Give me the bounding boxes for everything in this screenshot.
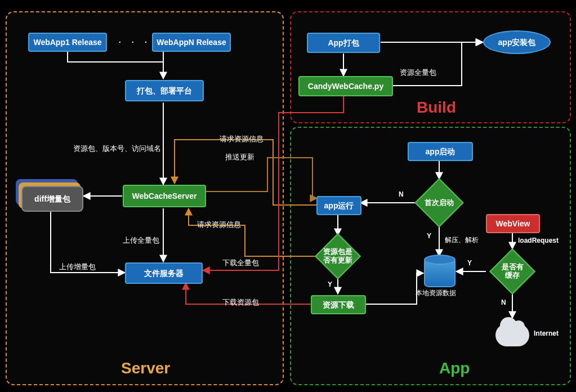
webview-node: WebView bbox=[486, 214, 540, 233]
edge-res-version-domain: 资源包、版本号、访问域名 bbox=[73, 144, 161, 154]
edge-local-res-data: 本地资源数据 bbox=[416, 288, 456, 298]
edge-download-full-pkg: 下载全量包 bbox=[222, 258, 259, 268]
resource-download-node: 资源下载 bbox=[311, 295, 366, 314]
internet-cloud-icon bbox=[495, 324, 529, 346]
edge-first-launch-y: Y bbox=[427, 232, 431, 240]
edge-unzip-parse: 解压、解析 bbox=[445, 235, 479, 245]
diff-incremental-pkg-node: diff增量包 bbox=[21, 186, 83, 212]
pack-deploy-platform-node: 打包、部署平台 bbox=[125, 80, 204, 101]
webapp1-release-node: WebApp1 Release bbox=[28, 33, 107, 52]
app-install-pkg-node: app安装包 bbox=[483, 30, 551, 54]
edge-load-request: loadRequest bbox=[518, 237, 559, 244]
internet-label: Internet bbox=[534, 329, 559, 337]
candy-webcache-node: CandyWebCache.py bbox=[298, 76, 393, 96]
file-server-node: 文件服务器 bbox=[125, 262, 203, 284]
app-panel-label: App bbox=[439, 359, 470, 377]
server-panel-label: Server bbox=[121, 359, 170, 377]
edge-push-update: 推送更新 bbox=[225, 152, 254, 162]
edge-first-launch-n: N bbox=[399, 190, 404, 198]
webappn-release-node: WebAppN Release bbox=[152, 33, 231, 52]
edge-req-res-info-top: 请求资源信息 bbox=[220, 134, 264, 144]
webcacheserver-node: WebCacheServer bbox=[123, 185, 206, 207]
edge-res-update-y: Y bbox=[328, 280, 332, 288]
edge-has-cache-y: Y bbox=[467, 259, 472, 267]
app-run-node: app运行 bbox=[316, 196, 361, 215]
edge-req-res-info-bot: 请求资源信息 bbox=[197, 220, 241, 230]
app-pack-node: App打包 bbox=[307, 33, 380, 53]
edge-download-res-pkg: 下载资源包 bbox=[222, 297, 259, 308]
edge-upload-inc-pkg: 上传增量包 bbox=[59, 262, 96, 272]
edge-res-full-pkg: 资源全量包 bbox=[400, 68, 436, 78]
local-resource-db bbox=[424, 258, 456, 287]
ellipsis-label: · · · bbox=[118, 35, 151, 48]
edge-upload-full-pkg: 上传全量包 bbox=[123, 235, 159, 246]
build-panel-label: Build bbox=[417, 99, 456, 117]
edge-has-cache-n: N bbox=[501, 299, 506, 306]
app-start-node: app启动 bbox=[408, 142, 473, 161]
